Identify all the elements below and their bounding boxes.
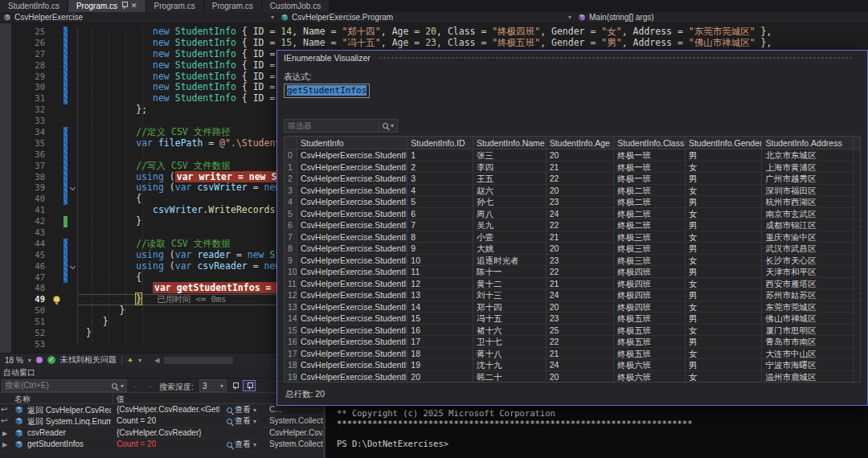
token xyxy=(80,282,153,293)
chevron-down-icon[interactable]: ▾ xyxy=(28,357,31,364)
table-row[interactable]: 8CsvHelperExercise.StudentInfo9大姚20终极三班男… xyxy=(285,243,860,255)
table-row[interactable]: 4CsvHelperExercise.StudentInfo5孙七23终极二班男… xyxy=(285,196,860,208)
tab-studentinfo-cs-0[interactable]: StudentInfo.cs xyxy=(0,0,68,12)
breadcrumb-type[interactable]: CsvHelperExercise.Program ▾ xyxy=(277,12,575,22)
column-value[interactable]: 值 xyxy=(117,394,125,405)
view-button[interactable]: 查看▾ xyxy=(225,415,258,427)
column-header-studentinfo-address[interactable]: StudentInfo.Address xyxy=(762,137,854,149)
close-icon[interactable]: ✕ xyxy=(131,2,137,10)
line-number: 47 xyxy=(11,272,45,284)
table-row[interactable]: 0CsvHelperExercise.StudentInfo1张三20终极一班男… xyxy=(285,149,860,162)
cell: 长沙市天心区 xyxy=(762,255,854,266)
tab-program-cs-2[interactable]: Program.cs xyxy=(146,0,204,12)
dialog-title-bar[interactable]: IEnumerable Visualizer xyxy=(277,51,867,65)
chevron-down-icon[interactable]: ▾ xyxy=(121,382,124,390)
token xyxy=(80,293,136,305)
column-header-studentinfo-gender[interactable]: StudentInfo.Gender xyxy=(686,137,763,149)
cell: 吴九 xyxy=(473,219,547,231)
table-row[interactable]: 19CsvHelperExercise.StudentInfo20韩二十20终极… xyxy=(285,371,860,383)
column-header-studentinfo-age[interactable]: StudentInfo.Age xyxy=(547,137,615,149)
token: "终极四班" xyxy=(492,26,540,37)
fold-chevron-icon[interactable] xyxy=(70,185,76,190)
table-row[interactable]: 1CsvHelperExercise.StudentInfo2李四21终极一班女… xyxy=(285,162,860,174)
column-divider[interactable] xyxy=(113,393,113,403)
tab-program-cs-3[interactable]: Program.cs xyxy=(204,0,262,12)
cell: 天津市和平区 xyxy=(762,266,854,277)
table-row[interactable]: 9CsvHelperExercise.StudentInfo10追逐时光者23终… xyxy=(285,255,860,267)
project-icon xyxy=(3,14,11,22)
horizontal-scrollbar[interactable] xyxy=(164,357,233,364)
search-input[interactable]: 搜索(Ctrl+E) ▾ xyxy=(2,379,127,392)
code-text: using (var reader = new StreamR xyxy=(80,250,309,261)
table-row[interactable]: 14CsvHelperExercise.StudentInfo15冯十五23终极… xyxy=(285,313,860,325)
cell: 重庆市渝中区 xyxy=(762,231,854,243)
breakpoint-margin[interactable] xyxy=(0,23,11,353)
autos-row-getstudentinfos[interactable]: ▶getStudentInfosCount = 20查看▾System.Coll… xyxy=(0,439,323,450)
scroll-left-arrow-icon[interactable]: ◀ xyxy=(154,357,159,364)
breadcrumb-member[interactable]: Main(string[] args) xyxy=(575,12,868,22)
breadcrumb-project[interactable]: CsvHelperExercise ▾ xyxy=(0,12,277,22)
column-name[interactable]: 名称 xyxy=(14,394,31,405)
table-row[interactable]: 2CsvHelperExercise.StudentInfo3王五22终极一班男… xyxy=(285,173,860,185)
table-row[interactable]: 15CsvHelperExercise.StudentInfo16褚十六25终极… xyxy=(285,325,860,337)
cell: 佛山市禅城区 xyxy=(762,313,854,324)
pin-values-button[interactable] xyxy=(228,380,241,391)
table-row[interactable]: 6CsvHelperExercise.StudentInfo7吴九22终极二班男… xyxy=(285,219,860,231)
autos-row--system-linq-enumer-[interactable]: ↩返回 System.Linq.Enumer...Count = 20查看▾Sy… xyxy=(0,415,323,427)
token: using xyxy=(80,182,170,193)
pin-properties-button[interactable] xyxy=(243,380,256,391)
view-button[interactable]: 查看▾ xyxy=(225,439,258,450)
breadcrumb-type-label: CsvHelperExercise.Program xyxy=(292,13,393,22)
search-depth-select[interactable]: 3 ▾ xyxy=(199,379,227,392)
table-row[interactable]: 5CsvHelperExercise.StudentInfo6周八24终极二班女… xyxy=(285,208,860,220)
expand-arrow-icon[interactable]: ▶ xyxy=(2,430,7,437)
cell: 女 xyxy=(686,185,763,196)
chevron-down-icon[interactable]: ▾ xyxy=(568,14,571,21)
tab-customjob-cs-4[interactable]: CustomJob.cs xyxy=(262,0,330,12)
column-header-studentinfo[interactable]: StudentInfo xyxy=(297,137,407,149)
forward-arrow-icon[interactable]: → xyxy=(145,381,154,390)
cell: 卫十七 xyxy=(473,336,547,347)
back-arrow-icon[interactable]: ← xyxy=(133,381,141,390)
row-index: 18 xyxy=(285,359,297,370)
variable-value: Count = 20 xyxy=(117,416,156,425)
cell: 9 xyxy=(407,243,473,254)
table-row[interactable]: 10CsvHelperExercise.StudentInfo11陈十一22终极… xyxy=(285,266,860,278)
zoom-level[interactable]: 18 % xyxy=(5,356,23,365)
table-row[interactable]: 3CsvHelperExercise.StudentInfo4赵六20终极二班女… xyxy=(285,185,860,197)
pin-icon[interactable] xyxy=(121,2,127,10)
cleanup-icon[interactable]: ✦ xyxy=(127,356,133,365)
view-button[interactable]: 查看▾ xyxy=(225,404,258,415)
expression-input[interactable]: getStudentInfos xyxy=(284,84,370,98)
chevron-down-icon[interactable]: ▾ xyxy=(271,14,274,21)
column-header-studentinfo-name[interactable]: StudentInfo.Name xyxy=(473,137,547,149)
autos-row--csvhelper-csvreade-[interactable]: ↩返回 CsvHelper.CsvReade...{CsvHelper.CsvR… xyxy=(0,404,323,415)
autos-row-csvreader[interactable]: ▶csvReader{CsvHelper.CsvReader}CsvHelper… xyxy=(0,427,323,439)
filter-input[interactable]: 筛选器 ▾ xyxy=(284,119,398,133)
chevron-down-icon[interactable]: ▾ xyxy=(138,357,141,364)
codelens-icon[interactable] xyxy=(36,357,43,363)
code-text: //写入 CSV 文件数据 xyxy=(80,161,231,172)
table-row[interactable]: 16CsvHelperExercise.StudentInfo17卫十七22终极… xyxy=(285,336,860,348)
cell: CsvHelperExercise.StudentInfo xyxy=(297,149,407,161)
terminal-output: ** Copyright (c) 2025 Microsoft Corporat… xyxy=(337,408,693,448)
table-row[interactable]: 18CsvHelperExercise.StudentInfo19沈十九24终极… xyxy=(285,359,860,371)
lightbulb-icon[interactable] xyxy=(53,296,60,303)
table-row[interactable]: 17CsvHelperExercise.StudentInfo18蒋十八21终极… xyxy=(285,348,860,360)
fold-chevron-icon[interactable] xyxy=(70,264,76,269)
table-row[interactable]: 12CsvHelperExercise.StudentInfo13刘十三24终极… xyxy=(285,289,860,301)
table-row[interactable]: 11CsvHelperExercise.StudentInfo12黄十二21终极… xyxy=(285,278,860,290)
column-header-studentinfo-class[interactable]: StudentInfo.Class xyxy=(614,137,686,149)
return-value-icon: ↩ xyxy=(1,405,7,414)
column-header-studentinfo-id[interactable]: StudentInfo.ID xyxy=(407,137,473,149)
filter-search-button[interactable]: ▾ xyxy=(379,120,397,132)
table-row[interactable]: 7CsvHelperExercise.StudentInfo8小壹21终极三班女… xyxy=(285,231,860,243)
token: "终极五班" xyxy=(492,37,540,48)
cell: 22 xyxy=(547,219,615,231)
expand-arrow-icon[interactable]: ▶ xyxy=(2,441,7,448)
table-row[interactable]: 13CsvHelperExercise.StudentInfo14郑十四20终极… xyxy=(285,301,860,313)
cell: 终极五班 xyxy=(614,313,686,324)
cell: 5 xyxy=(407,196,473,207)
tab-program-cs-1[interactable]: Program.cs✕ xyxy=(68,0,146,12)
row-index: 9 xyxy=(285,255,297,266)
